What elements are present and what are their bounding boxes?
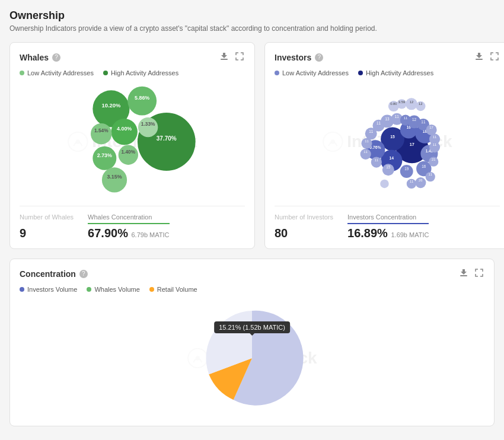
svg-rect-21: [476, 59, 483, 60]
concentration-help-icon[interactable]: ?: [79, 270, 88, 278]
investors-download-btn[interactable]: [474, 51, 484, 63]
whales-card: Whales ?: [9, 42, 255, 249]
svg-text:1.54%: 1.54%: [94, 127, 109, 133]
investors-volume-dot: [20, 287, 24, 292]
whales-title: Whales: [20, 53, 49, 62]
whales-legend: Low Activity Addresses High Activity Add…: [20, 69, 245, 76]
svg-text:11: 11: [404, 116, 408, 120]
svg-text:11: 11: [395, 114, 400, 119]
page-title: Ownership: [9, 9, 495, 22]
concentration-expand-btn[interactable]: [474, 267, 484, 280]
svg-text:37.70%: 37.70%: [157, 135, 177, 142]
retail-volume-dot: [149, 287, 154, 292]
whales-stats: Number of Whales 9 Whales Concentration …: [20, 206, 245, 240]
svg-text:12: 12: [412, 117, 417, 122]
whales-number-stat: Number of Whales 9: [20, 213, 74, 240]
svg-text:1.33%: 1.33%: [141, 121, 155, 127]
whales-legend-low: Low Activity Addresses: [20, 69, 94, 76]
whales-volume-dot: [87, 287, 91, 292]
svg-text:11: 11: [421, 120, 426, 124]
concentration-pie: [199, 305, 305, 412]
svg-text:17: 17: [410, 142, 414, 147]
svg-point-11: [91, 123, 112, 145]
svg-text:16: 16: [422, 164, 426, 168]
svg-text:11: 11: [433, 143, 437, 146]
investors-legend-low: Low Activity Addresses: [275, 69, 349, 76]
whales-legend-high: High Activity Addresses: [103, 69, 178, 76]
investors-number-label[interactable]: Number of Investors: [275, 213, 333, 224]
svg-text:11: 11: [377, 121, 381, 125]
page-subtitle: Ownership Indicators provide a view of a…: [9, 24, 495, 33]
svg-text:13: 13: [385, 117, 390, 121]
svg-text:26: 26: [419, 178, 423, 182]
svg-text:2.73%: 2.73%: [97, 152, 112, 158]
investors-help-icon[interactable]: ?: [315, 53, 323, 62]
investors-legend: Low Activity Addresses High Activity Add…: [275, 69, 500, 76]
whales-concentration-label[interactable]: Whales Concentration: [88, 213, 169, 224]
svg-text:11: 11: [433, 135, 437, 139]
svg-point-7: [127, 87, 157, 116]
whales-expand-btn[interactable]: [234, 51, 245, 63]
svg-text:1.40%: 1.40%: [122, 149, 136, 155]
whales-concentration-value: 67.90% 6.79b MATIC: [88, 227, 169, 240]
investors-concentration-label[interactable]: Investors Concentration: [347, 213, 429, 224]
concentration-pie-area: IntoTheBlock 15.21% (1.52b MATIC): [20, 299, 484, 417]
whales-help-icon[interactable]: ?: [52, 53, 60, 62]
svg-text:19: 19: [404, 167, 409, 171]
svg-text:5.86%: 5.86%: [135, 95, 149, 101]
concentration-legend-investors: Investors Volume: [20, 286, 77, 293]
whales-number-value: 9: [20, 227, 74, 240]
svg-text:14: 14: [389, 156, 394, 160]
investors-svg: 17 15 14 0.76% 16 18 1.45: [275, 82, 500, 201]
svg-text:15: 15: [390, 135, 395, 139]
whales-low-dot: [20, 71, 24, 75]
svg-point-19: [102, 167, 127, 192]
whales-concentration-stat: Whales Concentration 67.90% 6.79b MATIC: [88, 213, 169, 240]
svg-text:17: 17: [429, 126, 433, 129]
svg-text:3.59: 3.59: [398, 100, 405, 104]
investors-expand-btn[interactable]: [489, 51, 500, 63]
concentration-card: Concentration ?: [9, 259, 495, 426]
pie-tooltip: 15.21% (1.52b MATIC): [214, 321, 290, 333]
investors-number-value: 80: [275, 227, 333, 240]
svg-text:11: 11: [375, 158, 379, 162]
investors-bubble-chart: IntoTheBlock 17 15 14 0.76% 16: [275, 82, 500, 201]
whales-bubble-chart: IntoTheBlock 37.70% 10.20% 5.86% 4.00% 1…: [20, 82, 245, 201]
svg-text:4.00%: 4.00%: [117, 126, 132, 132]
concentration-download-btn[interactable]: [458, 267, 469, 280]
svg-text:21: 21: [432, 158, 436, 161]
svg-text:11: 11: [365, 139, 369, 143]
svg-text:11: 11: [410, 180, 414, 183]
investors-low-dot: [275, 71, 279, 75]
svg-text:12: 12: [419, 102, 423, 106]
svg-text:11: 11: [363, 150, 368, 154]
svg-text:12: 12: [410, 100, 414, 104]
concentration-legend-whales: Whales Volume: [87, 286, 139, 293]
whales-high-dot: [103, 71, 108, 75]
investors-number-stat: Number of Investors 80: [275, 213, 333, 240]
svg-point-13: [138, 117, 158, 137]
concentration-title: Concentration: [20, 269, 76, 279]
investors-concentration-value: 16.89% 1.69b MATIC: [347, 227, 429, 240]
investors-title: Investors: [275, 53, 311, 62]
investors-stats: Number of Investors 80 Investors Concent…: [275, 206, 500, 240]
svg-text:15: 15: [386, 165, 391, 169]
svg-text:0.80: 0.80: [390, 102, 397, 106]
whales-number-label[interactable]: Number of Whales: [20, 213, 74, 224]
svg-point-17: [119, 145, 138, 165]
svg-point-86: [380, 180, 389, 189]
investors-legend-high: High Activity Addresses: [358, 69, 433, 76]
svg-text:3.15%: 3.15%: [107, 174, 122, 180]
investors-concentration-stat: Investors Concentration 16.89% 1.69b MAT…: [347, 213, 429, 240]
svg-rect-0: [221, 59, 228, 60]
investors-high-dot: [358, 71, 363, 75]
whales-download-btn[interactable]: [219, 51, 229, 63]
svg-point-9: [111, 119, 137, 145]
svg-text:10.20%: 10.20%: [101, 102, 121, 109]
whales-svg: 37.70% 10.20% 5.86% 4.00% 1.54% 1.33% 2.…: [20, 82, 245, 201]
svg-text:11: 11: [369, 129, 374, 133]
svg-text:11: 11: [428, 173, 432, 176]
concentration-legend-retail: Retail Volume: [149, 286, 197, 293]
concentration-legend: Investors Volume Whales Volume Retail Vo…: [20, 286, 484, 293]
svg-point-15: [92, 146, 116, 170]
